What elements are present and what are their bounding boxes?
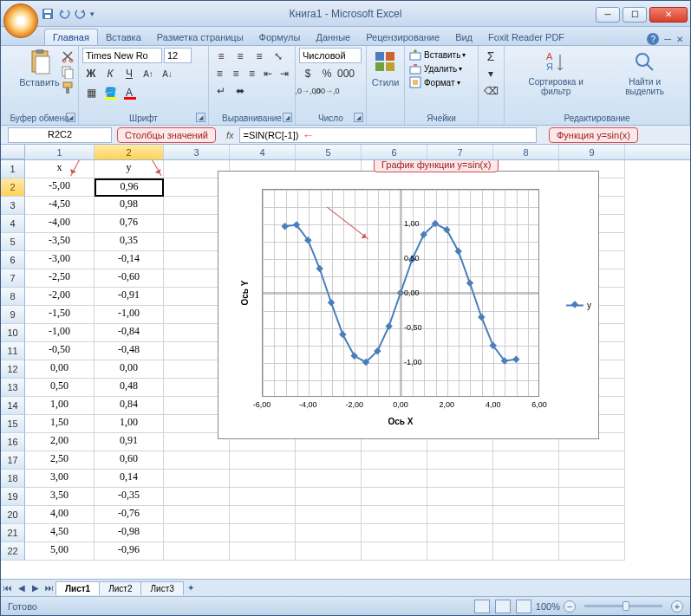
font-color-icon[interactable]: A bbox=[121, 84, 138, 101]
rowhdr[interactable]: 22 bbox=[1, 542, 25, 561]
view-normal-icon[interactable] bbox=[474, 600, 490, 613]
office-button[interactable] bbox=[3, 3, 38, 38]
cell[interactable]: -0,91 bbox=[95, 288, 164, 306]
ribbon-minimize-icon[interactable]: ─ bbox=[664, 34, 671, 44]
cell[interactable]: 0,91 bbox=[95, 433, 164, 451]
rowhdr[interactable]: 5 bbox=[1, 233, 25, 251]
select-all-corner[interactable] bbox=[1, 145, 25, 159]
rowhdr[interactable]: 11 bbox=[1, 342, 25, 360]
clipboard-launcher[interactable]: ◢ bbox=[66, 113, 75, 122]
cell[interactable]: -1,00 bbox=[95, 306, 164, 324]
cell[interactable]: -0,50 bbox=[25, 342, 95, 360]
cell[interactable] bbox=[362, 506, 427, 524]
rowhdr[interactable]: 18 bbox=[1, 470, 25, 488]
cell[interactable] bbox=[493, 488, 559, 506]
dec-decimal-icon[interactable]: ,00→,0 bbox=[318, 82, 336, 100]
cell[interactable]: 0,50 bbox=[25, 379, 95, 397]
redo-icon[interactable] bbox=[74, 7, 88, 21]
cell[interactable]: -3,50 bbox=[25, 233, 95, 251]
cell[interactable]: 0,84 bbox=[95, 397, 164, 415]
align-right-icon[interactable]: ≡ bbox=[244, 65, 259, 82]
cell[interactable] bbox=[427, 488, 493, 506]
minimize-button[interactable]: ─ bbox=[596, 7, 620, 23]
cell[interactable]: 1,50 bbox=[25, 415, 95, 433]
cell[interactable] bbox=[559, 506, 625, 524]
align-left-icon[interactable]: ≡ bbox=[212, 65, 227, 82]
cell[interactable] bbox=[493, 524, 559, 542]
cell[interactable] bbox=[230, 470, 296, 488]
cell[interactable] bbox=[230, 451, 296, 470]
align-center-icon[interactable]: ≡ bbox=[229, 65, 244, 82]
cell[interactable]: 4,50 bbox=[25, 524, 95, 542]
cell[interactable]: -3,00 bbox=[25, 251, 95, 269]
tab-foxit[interactable]: Foxit Reader PDF bbox=[480, 29, 572, 45]
cell[interactable] bbox=[493, 506, 559, 524]
colhdr-4[interactable]: 4 bbox=[230, 145, 296, 159]
orientation-icon[interactable]: ⤡ bbox=[270, 48, 287, 65]
rowhdr[interactable]: 15 bbox=[1, 415, 25, 433]
tab-home[interactable]: Главная bbox=[44, 29, 98, 45]
cell[interactable]: -1,50 bbox=[25, 306, 95, 324]
underline-button[interactable]: Ч bbox=[121, 65, 138, 82]
undo-icon[interactable] bbox=[57, 7, 71, 21]
fill-color-icon[interactable]: 🪣 bbox=[101, 84, 119, 101]
cell[interactable]: -0,48 bbox=[95, 342, 164, 360]
rowhdr[interactable]: 1 bbox=[1, 160, 25, 178]
cell[interactable]: 0,00 bbox=[95, 360, 164, 379]
tab-data[interactable]: Данные bbox=[308, 29, 358, 45]
rowhdr[interactable]: 10 bbox=[1, 324, 25, 342]
cell[interactable]: 0,48 bbox=[95, 379, 164, 397]
rowhdr[interactable]: 16 bbox=[1, 433, 25, 451]
cell[interactable]: 0,96 bbox=[95, 178, 164, 197]
qat-more-icon[interactable]: ▾ bbox=[90, 10, 95, 18]
cell[interactable] bbox=[164, 506, 230, 524]
styles-button[interactable]: Стили bbox=[370, 48, 401, 89]
colhdr-3[interactable]: 3 bbox=[164, 145, 230, 159]
tab-review[interactable]: Рецензирование bbox=[358, 29, 447, 45]
zoom-level[interactable]: 100% bbox=[536, 601, 560, 612]
sheet-tab-2[interactable]: Лист2 bbox=[99, 581, 141, 595]
rowhdr[interactable]: 2 bbox=[1, 178, 25, 197]
cell[interactable]: -0,98 bbox=[95, 524, 164, 542]
cell[interactable] bbox=[296, 524, 362, 542]
cell[interactable]: -0,76 bbox=[95, 506, 164, 524]
zoom-slider[interactable] bbox=[584, 605, 662, 607]
cell[interactable] bbox=[230, 488, 296, 506]
cell[interactable]: 4,00 bbox=[25, 506, 95, 524]
cell[interactable] bbox=[230, 506, 296, 524]
tab-insert[interactable]: Вставка bbox=[98, 29, 149, 45]
cell[interactable] bbox=[493, 470, 559, 488]
rowhdr[interactable]: 21 bbox=[1, 524, 25, 542]
align-mid-icon[interactable]: ≡ bbox=[231, 48, 249, 65]
cell[interactable]: -4,00 bbox=[25, 215, 95, 233]
cell[interactable]: -0,14 bbox=[95, 251, 164, 269]
colhdr-8[interactable]: 8 bbox=[493, 145, 559, 159]
rowhdr[interactable]: 14 bbox=[1, 397, 25, 415]
font-launcher[interactable]: ◢ bbox=[196, 113, 205, 122]
colhdr-2[interactable]: 2 bbox=[95, 145, 164, 159]
cell[interactable] bbox=[362, 542, 427, 561]
format-cells-button[interactable]: Формат bbox=[424, 78, 455, 88]
zoom-in-button[interactable]: + bbox=[671, 600, 683, 613]
cell[interactable] bbox=[559, 451, 625, 470]
maximize-button[interactable]: ☐ bbox=[623, 7, 647, 23]
cell[interactable]: 0,00 bbox=[25, 360, 95, 379]
cell[interactable] bbox=[559, 488, 625, 506]
cell[interactable]: 1,00 bbox=[25, 397, 95, 415]
colhdr-5[interactable]: 5 bbox=[296, 145, 362, 159]
cell[interactable] bbox=[559, 542, 625, 561]
cell[interactable]: -2,00 bbox=[25, 288, 95, 306]
help-icon[interactable]: ? bbox=[647, 33, 659, 45]
cell[interactable]: 0,76 bbox=[95, 215, 164, 233]
font-name-combo[interactable]: Times New Ro bbox=[82, 48, 162, 63]
number-launcher[interactable]: ◢ bbox=[354, 113, 363, 122]
cell[interactable] bbox=[362, 470, 427, 488]
cell[interactable]: -0,35 bbox=[95, 488, 164, 506]
colhdr-9[interactable]: 9 bbox=[559, 145, 625, 159]
cell[interactable] bbox=[164, 451, 230, 470]
cell[interactable]: 0,14 bbox=[95, 470, 164, 488]
colhdr-1[interactable]: 1 bbox=[25, 145, 95, 159]
rowhdr[interactable]: 3 bbox=[1, 197, 25, 215]
colhdr-7[interactable]: 7 bbox=[427, 145, 493, 159]
cut-icon[interactable] bbox=[61, 49, 75, 63]
